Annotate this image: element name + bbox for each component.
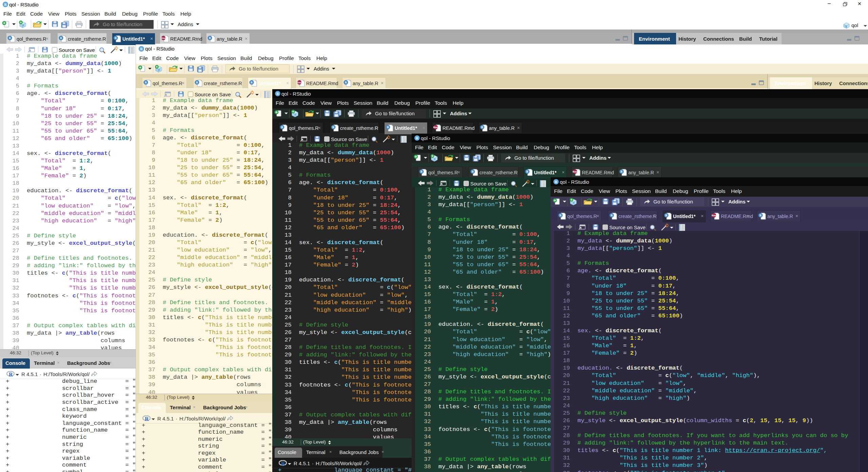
svg-text:R: R bbox=[387, 125, 389, 129]
svg-text:Rmd: Rmd bbox=[712, 214, 716, 217]
svg-text:R: R bbox=[145, 81, 147, 84]
svg-text:R: R bbox=[573, 201, 575, 204]
svg-text:R: R bbox=[481, 125, 484, 129]
svg-text:R: R bbox=[115, 36, 117, 40]
svg-text:R: R bbox=[620, 170, 623, 173]
svg-text:R: R bbox=[665, 214, 668, 217]
svg-text:R: R bbox=[276, 92, 279, 96]
svg-text:R: R bbox=[251, 81, 253, 84]
svg-text:Rmd: Rmd bbox=[433, 126, 438, 129]
svg-text:R: R bbox=[145, 416, 149, 421]
svg-text:R: R bbox=[845, 25, 847, 28]
svg-text:R: R bbox=[60, 36, 62, 40]
svg-text:R: R bbox=[209, 36, 211, 40]
svg-text:R: R bbox=[158, 68, 160, 72]
svg-text:R: R bbox=[22, 24, 24, 27]
svg-text:R: R bbox=[9, 36, 11, 40]
svg-text:R: R bbox=[295, 113, 297, 116]
svg-text:Rmd: Rmd bbox=[297, 81, 302, 83]
svg-text:R: R bbox=[420, 170, 423, 173]
svg-text:R: R bbox=[332, 125, 335, 129]
svg-text:R: R bbox=[9, 372, 13, 377]
svg-text:R: R bbox=[416, 136, 418, 140]
svg-text:R: R bbox=[4, 3, 7, 6]
svg-text:R: R bbox=[434, 157, 436, 161]
svg-text:Rmd: Rmd bbox=[161, 37, 166, 39]
svg-text:R: R bbox=[140, 47, 143, 51]
svg-text:R: R bbox=[555, 180, 557, 184]
svg-text:R: R bbox=[760, 214, 762, 217]
svg-text:R: R bbox=[281, 461, 285, 466]
svg-text:R: R bbox=[196, 81, 198, 84]
svg-text:R: R bbox=[559, 214, 562, 217]
svg-text:R: R bbox=[345, 81, 347, 84]
svg-text:R: R bbox=[472, 170, 474, 173]
svg-text:R: R bbox=[526, 170, 529, 173]
svg-text:R: R bbox=[281, 125, 283, 129]
svg-text:Rmd: Rmd bbox=[573, 171, 577, 173]
svg-text:R: R bbox=[611, 214, 613, 217]
